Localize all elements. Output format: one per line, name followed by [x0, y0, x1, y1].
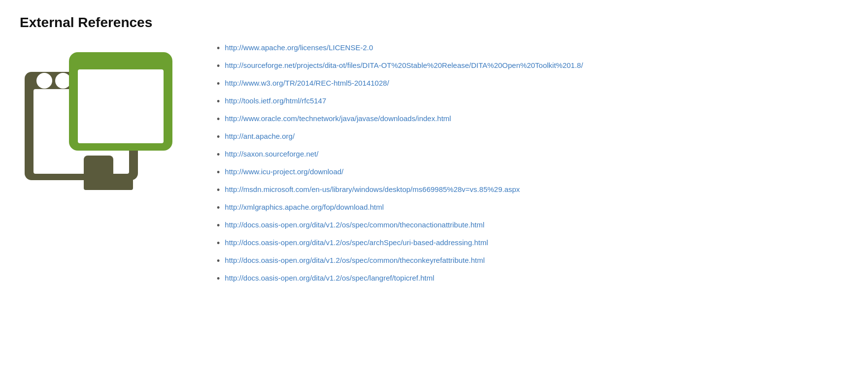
- external-links-list: http://www.apache.org/licenses/LICENSE-2…: [217, 42, 848, 285]
- external-link[interactable]: http://docs.oasis-open.org/dita/v1.2/os/…: [225, 237, 488, 249]
- external-link[interactable]: http://www.w3.org/TR/2014/REC-html5-2014…: [225, 78, 389, 89]
- page-title: External References: [20, 15, 848, 31]
- external-link[interactable]: http://www.icu-project.org/download/: [225, 166, 343, 178]
- external-link[interactable]: http://docs.oasis-open.org/dita/v1.2/os/…: [225, 273, 434, 284]
- list-item: http://docs.oasis-open.org/dita/v1.2/os/…: [217, 220, 848, 232]
- svg-rect-7: [84, 175, 133, 190]
- svg-point-3: [55, 73, 71, 89]
- list-item: http://sourceforge.net/projects/dita-ot/…: [217, 60, 848, 73]
- content-area: http://www.apache.org/licenses/LICENSE-2…: [20, 42, 848, 290]
- svg-point-2: [36, 73, 52, 89]
- external-link[interactable]: http://www.oracle.com/technetwork/java/j…: [225, 113, 451, 125]
- external-link[interactable]: http://www.apache.org/licenses/LICENSE-2…: [225, 42, 373, 54]
- external-link[interactable]: http://sourceforge.net/projects/dita-ot/…: [225, 60, 583, 71]
- list-item: http://saxon.sourceforge.net/: [217, 149, 848, 161]
- external-link[interactable]: http://docs.oasis-open.org/dita/v1.2/os/…: [225, 220, 484, 231]
- list-item: http://www.w3.org/TR/2014/REC-html5-2014…: [217, 78, 848, 91]
- list-item: http://msdn.microsoft.com/en-us/library/…: [217, 184, 848, 197]
- icon-area: [20, 42, 187, 197]
- list-item: http://docs.oasis-open.org/dita/v1.2/os/…: [217, 237, 848, 250]
- list-item: http://www.icu-project.org/download/: [217, 166, 848, 179]
- list-item: http://tools.ietf.org/html/rfc5147: [217, 95, 848, 108]
- external-link[interactable]: http://saxon.sourceforge.net/: [225, 149, 318, 160]
- external-link[interactable]: http://docs.oasis-open.org/dita/v1.2/os/…: [225, 255, 485, 266]
- external-link[interactable]: http://xmlgraphics.apache.org/fop/downlo…: [225, 202, 384, 213]
- list-item: http://docs.oasis-open.org/dita/v1.2/os/…: [217, 255, 848, 268]
- list-item: http://docs.oasis-open.org/dita/v1.2/os/…: [217, 273, 848, 285]
- external-link[interactable]: http://msdn.microsoft.com/en-us/library/…: [225, 184, 520, 195]
- dita-icon: [20, 42, 177, 195]
- list-item: http://xmlgraphics.apache.org/fop/downlo…: [217, 202, 848, 215]
- links-area: http://www.apache.org/licenses/LICENSE-2…: [217, 42, 848, 290]
- external-link[interactable]: http://tools.ietf.org/html/rfc5147: [225, 95, 326, 107]
- svg-rect-5: [78, 69, 164, 143]
- external-link[interactable]: http://ant.apache.org/: [225, 131, 295, 142]
- list-item: http://ant.apache.org/: [217, 131, 848, 144]
- list-item: http://www.oracle.com/technetwork/java/j…: [217, 113, 848, 126]
- list-item: http://www.apache.org/licenses/LICENSE-2…: [217, 42, 848, 55]
